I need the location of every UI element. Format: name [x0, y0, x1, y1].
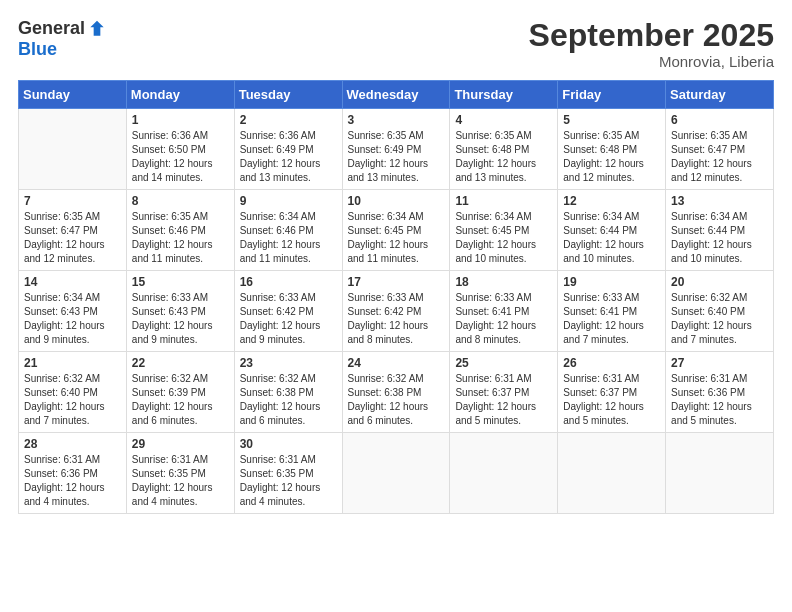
calendar-cell-w5-d2: 29Sunrise: 6:31 AM Sunset: 6:35 PM Dayli…: [126, 433, 234, 514]
day-info-13: Sunrise: 6:34 AM Sunset: 6:44 PM Dayligh…: [671, 210, 768, 266]
day-info-8: Sunrise: 6:35 AM Sunset: 6:46 PM Dayligh…: [132, 210, 229, 266]
page: General Blue September 2025 Monrovia, Li…: [0, 0, 792, 612]
day-number-18: 18: [455, 275, 552, 289]
day-info-26: Sunrise: 6:31 AM Sunset: 6:37 PM Dayligh…: [563, 372, 660, 428]
logo-icon: [87, 19, 107, 39]
logo-general-text: General: [18, 18, 85, 39]
day-number-16: 16: [240, 275, 337, 289]
calendar-cell-w4-d3: 23Sunrise: 6:32 AM Sunset: 6:38 PM Dayli…: [234, 352, 342, 433]
day-number-26: 26: [563, 356, 660, 370]
day-number-27: 27: [671, 356, 768, 370]
week-row-1: 1Sunrise: 6:36 AM Sunset: 6:50 PM Daylig…: [19, 109, 774, 190]
day-number-19: 19: [563, 275, 660, 289]
day-number-1: 1: [132, 113, 229, 127]
day-number-12: 12: [563, 194, 660, 208]
calendar-cell-w5-d3: 30Sunrise: 6:31 AM Sunset: 6:35 PM Dayli…: [234, 433, 342, 514]
calendar-cell-w5-d4: [342, 433, 450, 514]
calendar-cell-w5-d1: 28Sunrise: 6:31 AM Sunset: 6:36 PM Dayli…: [19, 433, 127, 514]
day-info-22: Sunrise: 6:32 AM Sunset: 6:39 PM Dayligh…: [132, 372, 229, 428]
header-saturday: Saturday: [666, 81, 774, 109]
header-monday: Monday: [126, 81, 234, 109]
calendar-cell-w4-d5: 25Sunrise: 6:31 AM Sunset: 6:37 PM Dayli…: [450, 352, 558, 433]
day-info-11: Sunrise: 6:34 AM Sunset: 6:45 PM Dayligh…: [455, 210, 552, 266]
day-number-3: 3: [348, 113, 445, 127]
day-info-28: Sunrise: 6:31 AM Sunset: 6:36 PM Dayligh…: [24, 453, 121, 509]
day-info-14: Sunrise: 6:34 AM Sunset: 6:43 PM Dayligh…: [24, 291, 121, 347]
calendar-cell-w5-d7: [666, 433, 774, 514]
day-number-23: 23: [240, 356, 337, 370]
day-number-9: 9: [240, 194, 337, 208]
weekday-header-row: Sunday Monday Tuesday Wednesday Thursday…: [19, 81, 774, 109]
logo-blue-text: Blue: [18, 39, 57, 60]
day-info-24: Sunrise: 6:32 AM Sunset: 6:38 PM Dayligh…: [348, 372, 445, 428]
calendar-table: Sunday Monday Tuesday Wednesday Thursday…: [18, 80, 774, 514]
day-number-2: 2: [240, 113, 337, 127]
calendar-cell-w4-d7: 27Sunrise: 6:31 AM Sunset: 6:36 PM Dayli…: [666, 352, 774, 433]
day-number-17: 17: [348, 275, 445, 289]
day-number-8: 8: [132, 194, 229, 208]
day-info-5: Sunrise: 6:35 AM Sunset: 6:48 PM Dayligh…: [563, 129, 660, 185]
day-number-13: 13: [671, 194, 768, 208]
calendar-cell-w3-d6: 19Sunrise: 6:33 AM Sunset: 6:41 PM Dayli…: [558, 271, 666, 352]
day-info-7: Sunrise: 6:35 AM Sunset: 6:47 PM Dayligh…: [24, 210, 121, 266]
week-row-3: 14Sunrise: 6:34 AM Sunset: 6:43 PM Dayli…: [19, 271, 774, 352]
calendar-cell-w3-d1: 14Sunrise: 6:34 AM Sunset: 6:43 PM Dayli…: [19, 271, 127, 352]
day-info-4: Sunrise: 6:35 AM Sunset: 6:48 PM Dayligh…: [455, 129, 552, 185]
calendar-cell-w3-d7: 20Sunrise: 6:32 AM Sunset: 6:40 PM Dayli…: [666, 271, 774, 352]
day-info-23: Sunrise: 6:32 AM Sunset: 6:38 PM Dayligh…: [240, 372, 337, 428]
header: General Blue September 2025 Monrovia, Li…: [18, 18, 774, 70]
day-info-21: Sunrise: 6:32 AM Sunset: 6:40 PM Dayligh…: [24, 372, 121, 428]
calendar-cell-w2-d1: 7Sunrise: 6:35 AM Sunset: 6:47 PM Daylig…: [19, 190, 127, 271]
header-thursday: Thursday: [450, 81, 558, 109]
calendar-cell-w5-d6: [558, 433, 666, 514]
day-info-27: Sunrise: 6:31 AM Sunset: 6:36 PM Dayligh…: [671, 372, 768, 428]
day-number-24: 24: [348, 356, 445, 370]
calendar-cell-w1-d7: 6Sunrise: 6:35 AM Sunset: 6:47 PM Daylig…: [666, 109, 774, 190]
day-number-11: 11: [455, 194, 552, 208]
calendar-cell-w1-d2: 1Sunrise: 6:36 AM Sunset: 6:50 PM Daylig…: [126, 109, 234, 190]
calendar-cell-w5-d5: [450, 433, 558, 514]
calendar-cell-w1-d1: [19, 109, 127, 190]
header-wednesday: Wednesday: [342, 81, 450, 109]
calendar-cell-w1-d3: 2Sunrise: 6:36 AM Sunset: 6:49 PM Daylig…: [234, 109, 342, 190]
day-number-6: 6: [671, 113, 768, 127]
day-info-19: Sunrise: 6:33 AM Sunset: 6:41 PM Dayligh…: [563, 291, 660, 347]
day-info-3: Sunrise: 6:35 AM Sunset: 6:49 PM Dayligh…: [348, 129, 445, 185]
calendar-cell-w2-d7: 13Sunrise: 6:34 AM Sunset: 6:44 PM Dayli…: [666, 190, 774, 271]
day-info-18: Sunrise: 6:33 AM Sunset: 6:41 PM Dayligh…: [455, 291, 552, 347]
calendar-cell-w1-d4: 3Sunrise: 6:35 AM Sunset: 6:49 PM Daylig…: [342, 109, 450, 190]
week-row-2: 7Sunrise: 6:35 AM Sunset: 6:47 PM Daylig…: [19, 190, 774, 271]
calendar-cell-w4-d2: 22Sunrise: 6:32 AM Sunset: 6:39 PM Dayli…: [126, 352, 234, 433]
day-info-9: Sunrise: 6:34 AM Sunset: 6:46 PM Dayligh…: [240, 210, 337, 266]
month-title: September 2025: [529, 18, 774, 53]
calendar-cell-w2-d6: 12Sunrise: 6:34 AM Sunset: 6:44 PM Dayli…: [558, 190, 666, 271]
calendar-cell-w1-d6: 5Sunrise: 6:35 AM Sunset: 6:48 PM Daylig…: [558, 109, 666, 190]
day-info-1: Sunrise: 6:36 AM Sunset: 6:50 PM Dayligh…: [132, 129, 229, 185]
day-number-22: 22: [132, 356, 229, 370]
day-number-28: 28: [24, 437, 121, 451]
day-info-6: Sunrise: 6:35 AM Sunset: 6:47 PM Dayligh…: [671, 129, 768, 185]
calendar-cell-w3-d3: 16Sunrise: 6:33 AM Sunset: 6:42 PM Dayli…: [234, 271, 342, 352]
day-info-10: Sunrise: 6:34 AM Sunset: 6:45 PM Dayligh…: [348, 210, 445, 266]
calendar-cell-w2-d3: 9Sunrise: 6:34 AM Sunset: 6:46 PM Daylig…: [234, 190, 342, 271]
day-info-17: Sunrise: 6:33 AM Sunset: 6:42 PM Dayligh…: [348, 291, 445, 347]
header-sunday: Sunday: [19, 81, 127, 109]
calendar-cell-w2-d4: 10Sunrise: 6:34 AM Sunset: 6:45 PM Dayli…: [342, 190, 450, 271]
calendar-cell-w3-d2: 15Sunrise: 6:33 AM Sunset: 6:43 PM Dayli…: [126, 271, 234, 352]
calendar-cell-w4-d1: 21Sunrise: 6:32 AM Sunset: 6:40 PM Dayli…: [19, 352, 127, 433]
logo: General Blue: [18, 18, 107, 60]
calendar-cell-w2-d5: 11Sunrise: 6:34 AM Sunset: 6:45 PM Dayli…: [450, 190, 558, 271]
location: Monrovia, Liberia: [529, 53, 774, 70]
calendar-cell-w4-d4: 24Sunrise: 6:32 AM Sunset: 6:38 PM Dayli…: [342, 352, 450, 433]
day-number-25: 25: [455, 356, 552, 370]
day-info-29: Sunrise: 6:31 AM Sunset: 6:35 PM Dayligh…: [132, 453, 229, 509]
svg-marker-0: [90, 20, 103, 35]
calendar-cell-w4-d6: 26Sunrise: 6:31 AM Sunset: 6:37 PM Dayli…: [558, 352, 666, 433]
calendar-cell-w3-d5: 18Sunrise: 6:33 AM Sunset: 6:41 PM Dayli…: [450, 271, 558, 352]
day-number-30: 30: [240, 437, 337, 451]
title-area: September 2025 Monrovia, Liberia: [529, 18, 774, 70]
day-info-15: Sunrise: 6:33 AM Sunset: 6:43 PM Dayligh…: [132, 291, 229, 347]
day-info-16: Sunrise: 6:33 AM Sunset: 6:42 PM Dayligh…: [240, 291, 337, 347]
day-number-21: 21: [24, 356, 121, 370]
day-number-29: 29: [132, 437, 229, 451]
